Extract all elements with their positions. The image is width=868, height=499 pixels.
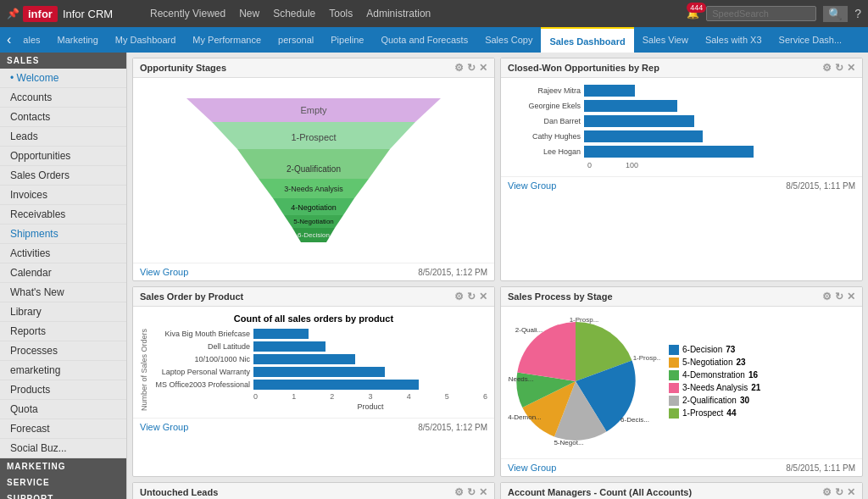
nav-recently-viewed[interactable]: Recently Viewed: [150, 8, 225, 19]
sidebar-item-processes[interactable]: Processes: [0, 341, 126, 361]
search-button[interactable]: 🔍: [823, 6, 848, 22]
tab-sales-dashboard[interactable]: Sales Dashboard: [541, 27, 633, 53]
bar-fill-dell: [253, 341, 326, 352]
sidebar-item-quota[interactable]: Quota: [0, 400, 126, 419]
pie-legend: 6-Decision 73 5-Negotiation 23 4-Demonst…: [669, 345, 760, 421]
sidebar-item-social[interactable]: Social Buz...: [0, 439, 126, 458]
sidebar-item-leads[interactable]: Leads: [0, 127, 126, 147]
sales-process-date: 8/5/2015, 1:11 PM: [786, 463, 855, 473]
sidebar-item-accounts[interactable]: Accounts: [0, 88, 126, 108]
sales-order-xaxis: 0 1 2 3 4 5 6: [152, 392, 487, 401]
widget-settings-icon[interactable]: ⚙: [454, 62, 464, 74]
tab-pipeline[interactable]: Pipeline: [322, 27, 372, 53]
legend-label-5-negotiation: 5-Negotiation: [682, 358, 732, 367]
widget-sales-order-footer: View Group 8/5/2015, 1:12 PM: [133, 418, 494, 435]
widget-closed-won-icons: ⚙ ↻ ✕: [822, 62, 855, 74]
sales-order-refresh-icon[interactable]: ↻: [467, 291, 476, 302]
svg-text:4-Demon...: 4-Demon...: [508, 413, 542, 421]
sidebar-item-reports[interactable]: Reports: [0, 322, 126, 341]
sales-bar-laptop: Laptop Personal Warranty: [152, 367, 487, 377]
sales-order-settings-icon[interactable]: ⚙: [454, 291, 464, 302]
account-mgr-refresh-icon[interactable]: ↻: [835, 486, 843, 498]
sidebar-item-opportunities[interactable]: Opportunities: [0, 147, 126, 166]
sidebar-item-emarketing[interactable]: emarketing: [0, 361, 126, 380]
tab-ales[interactable]: ales: [14, 27, 48, 53]
opportunity-stages-view-group[interactable]: View Group: [140, 267, 188, 277]
sidebar-item-invoices[interactable]: Invoices: [0, 186, 126, 205]
closed-won-settings-icon[interactable]: ⚙: [822, 62, 832, 74]
tab-sales-view[interactable]: Sales View: [634, 27, 697, 53]
sidebar-item-calendar[interactable]: Calendar: [0, 263, 126, 283]
widget-opportunity-stages-footer: View Group 8/5/2015, 1:12 PM: [133, 263, 494, 280]
widget-opportunity-stages: Opportunity Stages ⚙ ↻ ✕: [132, 58, 495, 281]
sidebar-item-receivables[interactable]: Receivables: [0, 205, 126, 225]
legend-label-2-qual: 2-Qualification: [682, 396, 737, 405]
legend-1-prospect: 1-Prospect 44: [669, 408, 760, 419]
widget-opportunity-stages-header: Opportunity Stages ⚙ ↻ ✕: [133, 58, 494, 78]
tab-my-dashboard[interactable]: My Dashboard: [107, 27, 185, 53]
legend-value-6-decision: 73: [726, 345, 735, 354]
sales-order-view-group[interactable]: View Group: [140, 422, 188, 432]
account-mgr-close-icon[interactable]: ✕: [847, 486, 855, 498]
widget-sales-order-title: Sales Order by Product: [140, 291, 243, 302]
bar-label-dell: Dell Latitude: [152, 342, 253, 351]
sales-process-view-group[interactable]: View Group: [508, 463, 556, 473]
widget-opportunity-stages-icons: ⚙ ↻ ✕: [454, 62, 487, 74]
bar-fill-laptop: [253, 367, 385, 377]
tab-personal[interactable]: personal: [270, 27, 322, 53]
sidebar-item-contacts[interactable]: Contacts: [0, 108, 126, 127]
widget-account-managers-icons: ⚙ ↻ ✕: [822, 486, 855, 498]
legend-label-4-demonstration: 4-Demonstration: [682, 370, 745, 380]
legend-value-5-negotiation: 23: [736, 358, 745, 367]
tab-prev-arrow[interactable]: ‹: [3, 32, 14, 47]
sales-process-close-icon[interactable]: ✕: [847, 291, 855, 302]
sidebar-item-shipments[interactable]: Shipments: [0, 225, 126, 244]
sidebar-item-activities[interactable]: Activities: [0, 244, 126, 263]
tab-quota-forecasts[interactable]: Quota and Forecasts: [372, 27, 476, 53]
bell-area[interactable]: 🔔 444: [687, 8, 699, 19]
sales-order-chart: Number of Sales Orders Kiva Big Mouth Br…: [140, 329, 487, 411]
tab-sales-x3[interactable]: Sales with X3: [697, 27, 771, 53]
account-mgr-settings-icon[interactable]: ⚙: [822, 486, 832, 498]
svg-text:4-Negotiation: 4-Negotiation: [291, 203, 337, 212]
tab-my-performance[interactable]: My Performance: [184, 27, 270, 53]
axis-100: 100: [626, 161, 638, 169]
sales-process-refresh-icon[interactable]: ↻: [835, 291, 843, 302]
closed-won-bar-georgine: Georgine Ekels: [508, 100, 855, 112]
tab-marketing[interactable]: Marketing: [49, 27, 107, 53]
sidebar-item-library[interactable]: Library: [0, 302, 126, 322]
closed-won-view-group[interactable]: View Group: [508, 180, 556, 191]
nav-schedule[interactable]: Schedule: [273, 8, 315, 19]
pie-chart-container: 1-Prosp... 1-Prosp... 2-Quali... 3-Needs…: [508, 313, 660, 452]
untouched-settings-icon[interactable]: ⚙: [454, 486, 464, 498]
legend-value-1-prospect: 44: [726, 408, 736, 418]
widget-untouched-leads: Untouched Leads ⚙ ↻ ✕: [132, 482, 495, 499]
nav-new[interactable]: New: [239, 8, 259, 19]
untouched-refresh-icon[interactable]: ↻: [467, 486, 476, 498]
sidebar-item-welcome[interactable]: • Welcome: [0, 69, 126, 88]
closed-won-close-icon[interactable]: ✕: [847, 62, 855, 74]
widget-close-icon[interactable]: ✕: [479, 62, 487, 74]
tab-sales-copy[interactable]: Sales Copy: [476, 27, 541, 53]
closed-won-refresh-icon[interactable]: ↻: [835, 62, 843, 74]
topbar: 📌 infor Infor CRM Recently Viewed New Sc…: [0, 0, 868, 27]
untouched-close-icon[interactable]: ✕: [479, 486, 487, 498]
closed-won-label-georgine: Georgine Ekels: [508, 102, 584, 110]
nav-administration[interactable]: Administration: [366, 8, 431, 19]
nav-tools[interactable]: Tools: [329, 8, 353, 19]
widget-refresh-icon[interactable]: ↻: [467, 62, 476, 74]
sidebar-item-sales-orders[interactable]: Sales Orders: [0, 166, 126, 186]
sales-bar-kiva: Kiva Big Mouth Briefcase: [152, 329, 487, 339]
sidebar-item-forecast[interactable]: Forecast: [0, 419, 126, 439]
search-input[interactable]: [706, 6, 816, 21]
help-button[interactable]: ?: [854, 7, 861, 20]
dashboard-content: Opportunity Stages ⚙ ↻ ✕: [127, 53, 868, 499]
sidebar-item-products[interactable]: Products: [0, 380, 126, 400]
sales-order-close-icon[interactable]: ✕: [479, 291, 487, 302]
sales-process-settings-icon[interactable]: ⚙: [822, 291, 832, 302]
closed-won-date: 8/5/2015, 1:11 PM: [786, 181, 855, 191]
widget-closed-won-footer: View Group 8/5/2015, 1:11 PM: [501, 176, 862, 194]
sidebar-item-whats-new[interactable]: What's New: [0, 283, 126, 302]
closed-won-bar-rajeev: Rajeev Mitra: [508, 85, 855, 97]
tab-service-dash[interactable]: Service Dash...: [771, 27, 851, 53]
